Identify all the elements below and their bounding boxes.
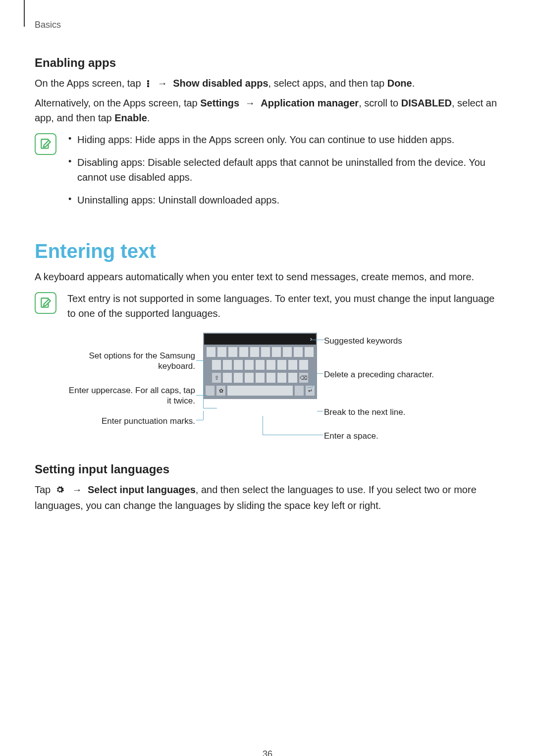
label-enable: Enable [114, 112, 147, 123]
label-application-manager: Application manager [261, 98, 359, 108]
period-key [295, 386, 304, 396]
text: . [147, 112, 150, 123]
breadcrumb: Basics [35, 20, 500, 30]
callout-enter-space: Enter a space. [324, 431, 378, 441]
arrow-icon: → [245, 98, 255, 108]
label-settings: Settings [200, 98, 239, 108]
callout-set-options: Set options for the Samsung keyboard. [64, 351, 195, 372]
shift-key-icon: ⇧ [212, 373, 221, 383]
heading-enabling-apps: Enabling apps [35, 56, 500, 70]
keyboard-diagram: › ⇧ ⌫ ✿ ↵ Suggested keywords [64, 333, 471, 447]
page-number: 36 [0, 749, 535, 756]
paragraph-entering: A keyboard appears automatically when yo… [35, 269, 500, 284]
text: . [412, 78, 415, 89]
text: On the Apps screen, tap [35, 78, 144, 89]
label-show-disabled-apps: Show disabled apps [173, 78, 268, 89]
label-done: Done [387, 78, 412, 89]
header-vertical-rule [24, 0, 25, 27]
list-item: Hiding apps: Hide apps in the Apps scree… [67, 132, 500, 147]
paragraph-enabling-1: On the Apps screen, tap → Show disabled … [35, 76, 500, 91]
backspace-key-icon: ⌫ [299, 373, 308, 383]
callout-delete-char: Delete a preceding character. [324, 369, 434, 380]
text: Tap [35, 484, 54, 495]
note-text: Text entry is not supported in some lang… [67, 291, 500, 321]
gear-icon [55, 483, 64, 498]
text: , select apps, and then tap [268, 78, 387, 89]
note-icon [35, 133, 56, 155]
paragraph-setting-lang: Tap → Select input languages, and then s… [35, 482, 500, 513]
text: Alternatively, on the Apps screen, tap [35, 98, 200, 108]
list-item: Uninstalling apps: Uninstall downloaded … [67, 193, 500, 207]
gear-key-icon: ✿ [216, 386, 225, 396]
more-options-icon [147, 80, 150, 88]
callout-suggested-keywords: Suggested keywords [324, 336, 402, 346]
label-select-input-languages: Select input languages [88, 484, 196, 495]
note-list: Hiding apps: Hide apps in the Apps scree… [67, 132, 500, 207]
heading-entering-text: Entering text [35, 240, 500, 262]
chevron-right-icon: › [307, 335, 315, 344]
callout-punctuation: Enter punctuation marks. [64, 416, 195, 426]
arrow-icon: → [72, 484, 82, 495]
note-block-1: Hiding apps: Hide apps in the Apps scree… [35, 132, 500, 215]
keyboard-graphic: › ⇧ ⌫ ✿ ↵ [203, 333, 317, 399]
heading-setting-input-languages: Setting input languages [35, 462, 500, 476]
paragraph-enabling-2: Alternatively, on the Apps screen, tap S… [35, 96, 500, 125]
symbol-key [206, 386, 214, 396]
label-disabled: DISABLED [401, 98, 452, 108]
note-icon [35, 292, 56, 314]
space-key [227, 386, 293, 396]
list-item: Disabling apps: Disable selected default… [67, 155, 500, 185]
note-block-2: Text entry is not supported in some lang… [35, 291, 500, 321]
callout-uppercase: Enter uppercase. For all caps, tap it tw… [64, 385, 195, 406]
suggestion-bar: › [204, 334, 316, 345]
text: , scroll to [359, 98, 401, 108]
callout-break-line: Break to the next line. [324, 407, 405, 417]
arrow-icon: → [158, 78, 167, 89]
